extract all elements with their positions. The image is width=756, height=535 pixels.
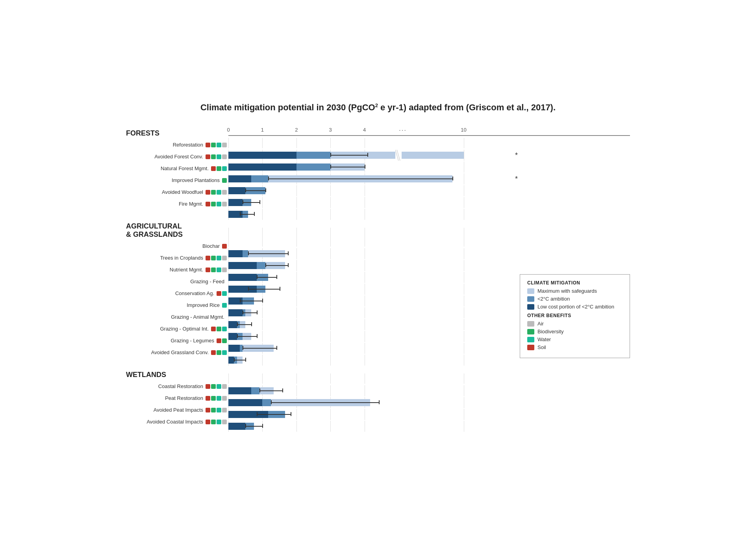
svg-rect-2 <box>395 150 402 161</box>
icon-teal-fire-mgmt <box>217 202 221 206</box>
grid-line <box>365 248 365 259</box>
grid-line <box>330 284 331 295</box>
row-label-avoided-peat: Avoided Peat Impacts <box>126 407 206 413</box>
star-natural-forest-mgmt: * <box>515 175 518 183</box>
grid-line <box>464 150 464 161</box>
label-row-improved-plantations: Improved Plantations <box>126 175 228 186</box>
icon-red-grazing-legumes <box>217 338 221 343</box>
icon-teal-improved-rice <box>222 303 227 308</box>
icon-red-avoided-forest-conv <box>206 154 210 159</box>
row-label-biochar: Biochar <box>126 243 222 249</box>
error-cap-left-avoided-forest-conv <box>330 165 331 169</box>
section-label: WETLANDS <box>126 371 228 379</box>
bars-area: 0123410⋯ ** CLIMATE MITIGATION Maximum w… <box>228 124 630 433</box>
error-cap-left-avoided-coastal <box>245 424 246 428</box>
grid-line <box>330 209 331 220</box>
icon-green-nutrient-mgmt <box>211 268 216 272</box>
error-cap-left-nutrient-mgmt <box>257 275 258 279</box>
grid-line <box>365 307 365 318</box>
legend-label-low: Low cost portion of <2°C ambition <box>537 304 614 310</box>
grid-line <box>365 209 365 220</box>
label-row-improved-rice: Improved Rice <box>126 300 228 311</box>
grid-line <box>365 385 365 396</box>
error-line-avoided-coastal <box>245 426 262 427</box>
chart-container: Climate mitigation potential in 2030 (Pg… <box>102 87 654 448</box>
error-line-grazing-feed <box>248 289 279 290</box>
grid-line <box>296 248 297 259</box>
error-line-grazing-legumes <box>243 348 276 349</box>
icons-coastal-restoration <box>206 384 227 389</box>
label-row-avoided-forest-conv: Avoided Forest Conv. <box>126 151 228 162</box>
grid-line <box>365 185 365 196</box>
grid-line <box>464 295 464 307</box>
icon-red-avoided-coastal <box>206 420 210 424</box>
error-line-reforestation <box>330 155 367 156</box>
bar-row-fire-mgmt <box>228 209 630 220</box>
icon-gray-avoided-forest-conv <box>222 154 227 159</box>
grid-line-sec <box>365 228 365 247</box>
star-reforestation: * <box>515 151 518 160</box>
legend-item-max: Maximum with safeguards <box>527 288 623 294</box>
error-line-grazing-animal <box>237 324 251 325</box>
grid-line <box>365 197 365 208</box>
legend-label-bio: Biodiversity <box>537 329 563 334</box>
grid-line <box>464 421 464 432</box>
icon-teal-trees-croplands <box>217 256 221 260</box>
grid-line <box>296 319 297 330</box>
grid-line <box>262 331 263 342</box>
error-cap-left-grazing-optimal <box>237 334 238 338</box>
row-label-avoided-woodfuel: Avoided Woodfuel <box>126 189 206 195</box>
grid-line <box>330 319 331 330</box>
label-row-avoided-peat: Avoided Peat Impacts <box>126 405 228 416</box>
grid-line <box>365 260 365 271</box>
bar-low-nutrient-mgmt <box>228 274 257 281</box>
legend-benefits-title: OTHER BENEFITS <box>527 313 623 318</box>
grid-line <box>296 295 297 307</box>
section-label: FORESTS <box>126 129 228 138</box>
error-cap-right-avoided-grassland <box>245 358 246 362</box>
grid-line <box>330 409 331 420</box>
legend-item-water: Water <box>527 336 623 342</box>
grid-line <box>464 260 464 271</box>
legend-label-soil: Soil <box>537 344 546 350</box>
grid-line <box>464 355 464 366</box>
grid-line <box>296 307 297 318</box>
icon-teal-peat-restoration <box>217 396 221 401</box>
grid-line <box>365 355 365 366</box>
error-cap-right-grazing-optimal <box>257 334 258 338</box>
icon-teal-reforestation <box>217 143 221 147</box>
bar-row-avoided-coastal <box>228 421 630 432</box>
icon-gray-trees-croplands <box>222 256 227 260</box>
label-row-peat-restoration: Peat Restoration <box>126 393 228 404</box>
grid-line <box>365 343 365 354</box>
icon-teal-avoided-forest-conv <box>217 154 221 159</box>
section-spacer <box>126 359 228 366</box>
grid-line-sec <box>228 228 229 247</box>
bar-row-avoided-peat <box>228 409 630 420</box>
error-line-biochar <box>248 253 288 254</box>
grid-line <box>464 162 464 173</box>
bar-low-peat-restoration <box>228 399 262 406</box>
grid-line <box>330 355 331 366</box>
axis-labels: 0123410⋯ <box>228 124 630 136</box>
grid-line <box>330 307 331 318</box>
error-line-conservation-ag <box>240 301 263 301</box>
grid-line-sec <box>464 373 464 384</box>
label-row-avoided-woodfuel: Avoided Woodfuel <box>126 187 228 198</box>
legend-label-air: Air <box>537 321 544 327</box>
row-label-grazing-legumes: Grazing - Legumes <box>126 338 217 344</box>
grid-line <box>262 209 263 220</box>
grid-line <box>296 421 297 432</box>
row-label-nutrient-mgmt: Nutrient Mgmt. <box>126 267 206 273</box>
grid-line <box>296 385 297 396</box>
grid-line <box>464 385 464 396</box>
label-row-avoided-coastal: Avoided Coastal Impacts <box>126 416 228 427</box>
icon-green-avoided-forest-conv <box>211 154 216 159</box>
icon-gray-nutrient-mgmt <box>222 268 227 272</box>
icon-gray-fire-mgmt <box>222 202 227 206</box>
bar-low-trees-croplands <box>228 262 257 269</box>
bar-low-avoided-grassland <box>228 357 234 364</box>
grid-line-sec <box>365 373 365 384</box>
chart-title: Climate mitigation potential in 2030 (Pg… <box>126 102 630 113</box>
error-cap-right-fire-mgmt <box>254 212 255 216</box>
